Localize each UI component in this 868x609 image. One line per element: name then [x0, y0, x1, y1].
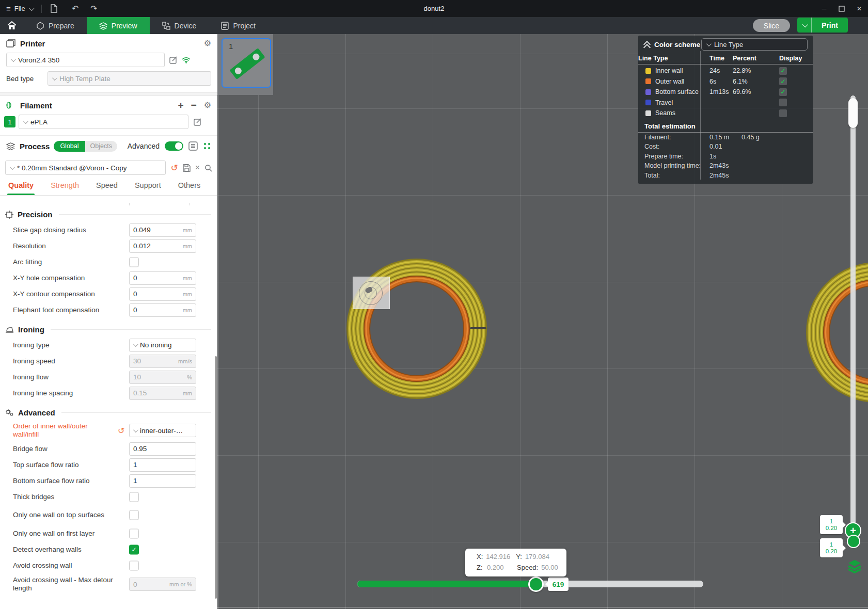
tab-project[interactable]: Project [209, 17, 268, 34]
detect-overhang-walls-checkbox[interactable]: ✓ [129, 544, 139, 554]
close-button[interactable]: ✕ [850, 0, 868, 17]
redo-button[interactable]: ↷ [87, 0, 101, 17]
only-one-wall-first-layer-checkbox[interactable] [129, 528, 139, 538]
sidebar-scrollbar[interactable] [215, 356, 217, 599]
xy-hole-compensation-input[interactable]: 0 mm [129, 271, 196, 285]
setting-row: Only one wall on first layer [13, 525, 217, 541]
elephant-foot-compensation-input[interactable]: 0 mm [129, 303, 196, 317]
printer-section-header: Printer ⚙ [0, 34, 217, 53]
advanced-mode-toggle[interactable] [165, 141, 183, 151]
ironing-flow-input[interactable]: 10 % [129, 371, 196, 384]
max-detour-length-input[interactable]: 0 mm or % [129, 578, 196, 591]
layer-slider-top-handle[interactable] [848, 98, 858, 128]
position-tooltip: X: 142.916 Y: 179.084 Z: 0.200 Speed: 50… [465, 549, 566, 576]
filament-select[interactable]: ePLA [19, 115, 188, 129]
process-scope-toggle[interactable]: Global Objects [54, 141, 117, 152]
display-seams-checkbox[interactable]: ✓ [779, 109, 787, 117]
bottom-surface-swatch [645, 89, 651, 95]
ironing-speed-input[interactable]: 30 mm/s [129, 355, 196, 368]
reset-preset-icon[interactable]: ↺ [170, 164, 178, 172]
slice-gap-closing-radius-input[interactable]: 0.049 mm [129, 223, 196, 237]
setting-row: Ironing speed 30 mm/s [13, 353, 217, 369]
layer-slider-lower-thumb[interactable] [847, 535, 860, 548]
wifi-connection-icon[interactable] [182, 56, 191, 63]
arc-fitting-checkbox[interactable] [129, 257, 139, 267]
tab-prepare[interactable]: Prepare [24, 17, 87, 34]
display-inner-wall-checkbox[interactable]: ✓ [779, 67, 787, 75]
process-preset-select[interactable]: * 0.20mm Standard @Voron - Copy [5, 161, 166, 175]
reset-setting-icon[interactable]: ↺ [118, 426, 124, 436]
thick-bridges-checkbox[interactable] [129, 492, 139, 502]
minimize-button[interactable]: ─ [815, 0, 833, 17]
resolution-input[interactable]: 0.012 mm [129, 239, 196, 253]
tab-quality[interactable]: Quality [8, 181, 34, 195]
bed-type-select[interactable]: High Temp Plate [48, 71, 211, 86]
layers-icon[interactable] [847, 560, 862, 573]
edit-filament-icon[interactable] [194, 118, 202, 126]
setting-row: Avoid crossing wall - Max detour length … [13, 573, 217, 595]
scope-global[interactable]: Global [54, 141, 85, 152]
avoid-crossing-wall-checkbox[interactable] [129, 560, 139, 570]
tab-others[interactable]: Others [178, 181, 201, 195]
setting-label: Ironing type [13, 341, 114, 349]
maximize-button[interactable] [833, 0, 850, 17]
bridge-flow-input[interactable]: 0.95 [129, 442, 196, 456]
tab-support[interactable]: Support [135, 181, 161, 195]
undo-button[interactable]: ↶ [69, 0, 82, 17]
wall-order-select[interactable]: inner-outer-… [129, 424, 196, 437]
setting-row: Ironing type No ironing [13, 337, 217, 353]
plate-number: 1 [229, 42, 233, 51]
xy-contour-compensation-input[interactable]: 0 mm [129, 287, 196, 301]
print-dropdown-chevron-icon[interactable] [797, 18, 812, 33]
new-project-button[interactable] [50, 4, 64, 13]
display-travel-checkbox[interactable]: ✓ [779, 99, 787, 106]
remove-filament-button[interactable]: − [191, 101, 197, 109]
move-slider-fill [357, 581, 536, 587]
edit-printer-icon[interactable] [169, 56, 178, 64]
scope-objects[interactable]: Objects [85, 141, 117, 152]
slice-button[interactable]: Slice [753, 19, 790, 32]
tab-speed[interactable]: Speed [96, 181, 118, 195]
search-icon[interactable] [204, 164, 212, 172]
inner-wall-swatch [645, 68, 651, 74]
print-button[interactable]: Print [797, 18, 848, 33]
home-button[interactable] [0, 17, 24, 34]
move-slider-handle[interactable] [528, 576, 544, 592]
printer-select[interactable]: Voron2.4 350 [6, 53, 165, 67]
collapse-panel-icon[interactable] [644, 42, 650, 47]
filament-settings-gear-icon[interactable]: ⚙ [204, 101, 211, 109]
chevron-down-icon [10, 165, 15, 170]
tab-strength[interactable]: Strength [51, 181, 79, 195]
add-filament-button[interactable]: + [178, 101, 183, 109]
delete-preset-icon[interactable]: × [195, 164, 200, 172]
view-mode-select[interactable]: Line Type [701, 38, 808, 51]
printer-settings-gear-icon[interactable]: ⚙ [204, 39, 211, 47]
outer-wall-swatch [645, 78, 651, 84]
save-preset-icon[interactable] [183, 164, 191, 172]
ironing-line-spacing-input[interactable]: 0.15 mm [129, 387, 196, 400]
ironing-type-select[interactable]: No ironing [129, 339, 196, 352]
file-menu[interactable]: ≡ File [6, 4, 33, 13]
top-surface-flow-ratio-input[interactable]: 1 [129, 458, 196, 472]
layer-badge-top: 1 0.20 [820, 515, 843, 534]
preview-3d-viewport[interactable]: 1 Color scheme Line Type Line Type Ti [217, 34, 868, 609]
bottom-surface-flow-ratio-input[interactable]: 1 [129, 474, 196, 488]
process-compare-icon[interactable] [203, 142, 211, 150]
tab-device[interactable]: Device [150, 17, 209, 34]
chevron-down-icon [133, 427, 138, 432]
seams-swatch [645, 110, 651, 116]
setting-row: Only one wall on top surfaces [13, 505, 217, 525]
parameter-list-icon[interactable] [188, 141, 198, 151]
display-bottom-surface-checkbox[interactable]: ✓ [779, 88, 787, 96]
display-outer-wall-checkbox[interactable]: ✓ [779, 77, 787, 85]
column-divider [700, 51, 701, 180]
tab-preview[interactable]: Preview [87, 17, 150, 34]
filament-slot-badge[interactable]: 1 [4, 116, 15, 127]
layer-slider-track[interactable] [850, 95, 856, 532]
section-divider [0, 92, 217, 96]
legend-row: Inner wall 24s 22.8% ✓ [638, 66, 813, 76]
only-one-wall-top-checkbox[interactable] [129, 510, 139, 520]
plate-thumbnail[interactable]: 1 [222, 38, 271, 88]
donut-object-2[interactable] [809, 265, 868, 399]
ironing-icon [5, 326, 14, 333]
